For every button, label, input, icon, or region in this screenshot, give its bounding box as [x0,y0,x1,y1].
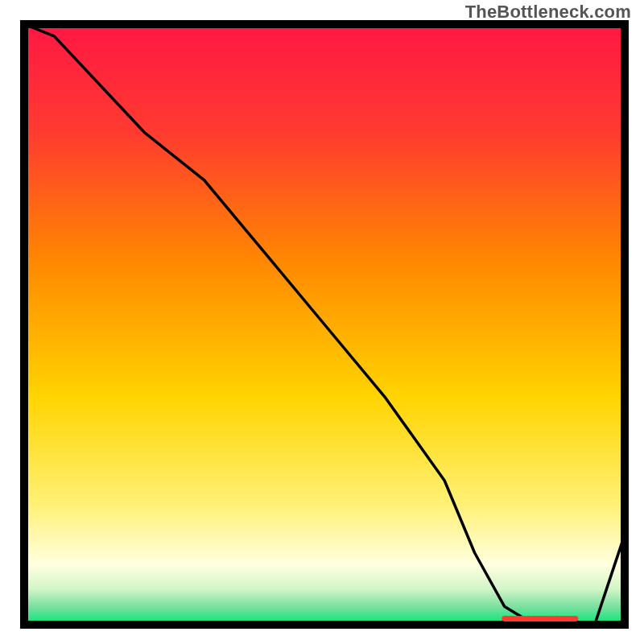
chart-container: TheBottleneck.com [0,0,644,644]
bottleneck-chart [0,0,644,644]
